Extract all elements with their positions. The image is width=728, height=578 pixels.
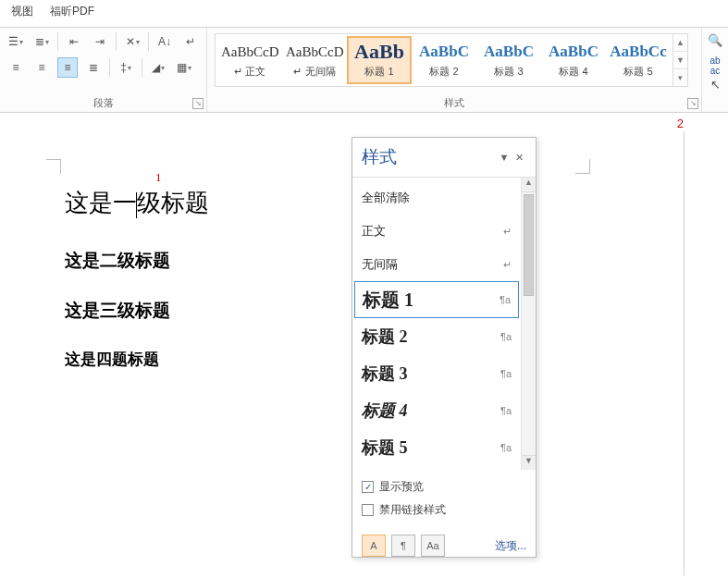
- align-left-button[interactable]: ≡: [6, 57, 26, 78]
- tab-view[interactable]: 视图: [7, 2, 37, 21]
- style-gallery-item[interactable]: AaBbC标题 2: [413, 37, 475, 83]
- asian-layout-button[interactable]: ✕▾: [122, 31, 142, 52]
- gallery-expand[interactable]: ▾: [673, 69, 687, 86]
- styles-pane-item[interactable]: 全部清除: [352, 181, 521, 215]
- styles-pane-list: 全部清除正文↵无间隔↵标题 1¶a标题 2¶a标题 3¶a标题 4¶a标题 5¶…: [352, 178, 521, 470]
- numbering-button[interactable]: ≣▾: [31, 31, 52, 52]
- manage-styles-button[interactable]: Aa: [421, 535, 445, 557]
- styles-pane-options: ✓ 显示预览 禁用链接样式: [352, 470, 536, 531]
- paragraph-mark-icon: ¶a: [500, 368, 512, 379]
- style-gallery-item[interactable]: AaBbCcDd↵ 无间隔: [283, 37, 346, 83]
- paragraph-mark-icon: ↵: [503, 259, 512, 271]
- gallery-scroll: ▲ ▼ ▾: [673, 33, 688, 87]
- find-icon[interactable]: 🔍: [706, 33, 724, 50]
- shading-button[interactable]: ◢▾: [148, 57, 168, 78]
- page-number: 2: [677, 117, 684, 130]
- paragraph-mark-icon: ↵: [503, 226, 512, 238]
- bullets-button[interactable]: ☰▾: [6, 31, 26, 52]
- group-paragraph: ☰▾ ≣▾ ⇤ ⇥ ✕▾ A↓ ↵ ≡ ≡ ≡ ≣ ‡▾ ◢▾ ▦▾: [0, 28, 207, 112]
- sort-button[interactable]: A↓: [154, 31, 175, 52]
- document-content[interactable]: 1 这是一级标题 这是二级标题 这是三级标题 这是四题标题: [65, 187, 209, 370]
- group-label-styles: 样式: [207, 96, 701, 110]
- styles-pane-item[interactable]: 标题 1¶a: [354, 281, 519, 318]
- select-icon[interactable]: ↖: [706, 78, 724, 94]
- align-center-button[interactable]: ≡: [31, 57, 52, 78]
- pane-options-link[interactable]: 选项...: [495, 538, 526, 554]
- paragraph-mark-icon: ¶a: [500, 405, 512, 416]
- ribbon: ☰▾ ≣▾ ⇤ ⇥ ✕▾ A↓ ↵ ≡ ≡ ≡ ≣ ‡▾ ◢▾ ▦▾: [0, 28, 728, 113]
- styles-gallery: AaBbCcDd↵ 正文AaBbCcDd↵ 无间隔AaBb标题 1AaBbC标题…: [215, 33, 673, 87]
- styles-pane-item[interactable]: 标题 4¶a: [352, 392, 521, 429]
- style-name-label: 标题 4: [545, 65, 602, 79]
- styles-pane-item[interactable]: 无间隔↵: [352, 248, 521, 281]
- checkbox-unchecked-icon: [362, 504, 374, 516]
- group-styles: AaBbCcDd↵ 正文AaBbCcDd↵ 无间隔AaBb标题 1AaBbC标题…: [207, 28, 702, 112]
- style-preview-text: AaBbC: [480, 42, 537, 62]
- style-gallery-item[interactable]: AaBb标题 1: [348, 37, 411, 83]
- styles-pane-item[interactable]: 标题 5¶a: [352, 429, 521, 466]
- decrease-indent-button[interactable]: ⇤: [64, 31, 84, 52]
- style-name-label: 标题 5: [610, 65, 667, 79]
- margin-marker-tl: [46, 159, 61, 174]
- styles-pane-title: 样式: [362, 145, 497, 169]
- styles-pane-item[interactable]: 标题 3¶a: [352, 355, 521, 392]
- style-name-label: 标题 2: [415, 65, 473, 79]
- pane-scroll-track[interactable]: [522, 192, 536, 455]
- pane-close-icon[interactable]: ✕: [512, 152, 526, 164]
- line-spacing-button[interactable]: ‡▾: [116, 57, 136, 78]
- new-style-button[interactable]: A: [362, 535, 386, 557]
- style-preview-text: AaBbCcDd: [221, 42, 278, 62]
- styles-pane-item[interactable]: 正文↵: [352, 215, 521, 248]
- style-name-label: ↵ 正文: [221, 65, 278, 79]
- style-preview-text: AaBbC: [415, 42, 473, 62]
- doc-heading-2[interactable]: 这是二级标题: [65, 249, 209, 273]
- pane-item-label: 标题 4: [362, 400, 500, 422]
- style-preview-text: AaBbCcDd: [286, 42, 343, 62]
- borders-button[interactable]: ▦▾: [174, 57, 194, 78]
- styles-pane-footer: A ¶ Aa 选项...: [352, 531, 536, 557]
- margin-marker-tr: [575, 159, 590, 174]
- show-preview-checkbox[interactable]: ✓ 显示预览: [362, 479, 526, 495]
- style-name-label: ↵ 无间隔: [286, 65, 343, 79]
- pane-scroll-up[interactable]: ▲: [522, 178, 536, 192]
- pane-scroll-down[interactable]: ▼: [522, 455, 536, 470]
- cursor-marker: 1: [155, 170, 162, 185]
- styles-pane-header: 样式 ▼ ✕: [352, 138, 536, 178]
- doc-heading-3[interactable]: 这是三级标题: [65, 299, 209, 323]
- style-preview-text: AaBbCc: [610, 42, 667, 62]
- style-name-label: 标题 1: [351, 65, 408, 79]
- menu-tabs: 视图 福昕PDF: [0, 0, 728, 28]
- increase-indent-button[interactable]: ⇥: [90, 31, 110, 52]
- pane-item-label: 无间隔: [362, 256, 503, 273]
- align-justify-button[interactable]: ≣: [83, 57, 104, 78]
- style-gallery-item[interactable]: AaBbC标题 3: [477, 37, 540, 83]
- styles-launcher[interactable]: ↘: [687, 98, 698, 109]
- style-gallery-item[interactable]: AaBbC标题 4: [542, 37, 605, 83]
- align-right-button[interactable]: ≡: [57, 57, 78, 78]
- style-gallery-item[interactable]: AaBbCc标题 5: [607, 37, 670, 83]
- paragraph-launcher[interactable]: ↘: [192, 98, 204, 109]
- pane-item-label: 正文: [362, 223, 503, 240]
- show-marks-button[interactable]: ↵: [180, 31, 201, 52]
- tab-foxit[interactable]: 福昕PDF: [46, 2, 98, 21]
- disable-linked-checkbox[interactable]: 禁用链接样式: [362, 502, 526, 518]
- doc-heading-1[interactable]: 1 这是一级标题: [65, 187, 209, 219]
- replace-icon[interactable]: abac: [706, 55, 724, 72]
- pane-item-label: 标题 3: [362, 363, 500, 385]
- pane-dropdown-icon[interactable]: ▼: [497, 152, 512, 163]
- gallery-scroll-down[interactable]: ▼: [673, 52, 687, 69]
- pane-scroll-thumb[interactable]: [524, 194, 534, 296]
- gallery-scroll-up[interactable]: ▲: [673, 34, 687, 52]
- paragraph-mark-icon: ¶a: [500, 294, 511, 305]
- document-page[interactable]: 1 这是一级标题 这是二级标题 这是三级标题 这是四题标题: [0, 131, 685, 575]
- group-label-paragraph: 段落: [0, 96, 206, 110]
- style-gallery-item[interactable]: AaBbCcDd↵ 正文: [218, 37, 281, 83]
- doc-heading-4[interactable]: 这是四题标题: [65, 349, 209, 370]
- pane-item-label: 标题 2: [362, 326, 500, 348]
- pane-item-label: 标题 5: [362, 437, 500, 459]
- style-preview-text: AaBbC: [545, 42, 602, 62]
- styles-pane-item[interactable]: 标题 2¶a: [352, 318, 521, 355]
- pane-scrollbar: ▲ ▼: [521, 178, 536, 470]
- style-inspector-button[interactable]: ¶: [391, 535, 415, 557]
- pane-item-label: 标题 1: [363, 288, 500, 313]
